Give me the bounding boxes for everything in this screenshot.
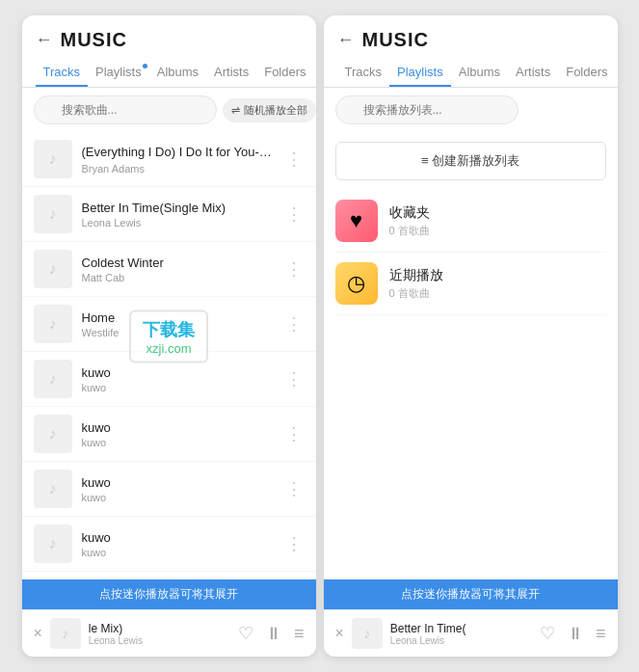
- left-header-top: ← MUSIC: [36, 29, 303, 51]
- track-title-2: Coldest Winter: [82, 255, 274, 270]
- track-thumb-0: ♪: [34, 140, 72, 178]
- right-mini-controls: ♡ ⏸ ≡: [540, 623, 606, 644]
- playlist-list: ♥ 收藏夹 0 首歌曲 ◷ 近期播放 0 首歌曲: [324, 190, 618, 315]
- left-mini-title: le Mix): [89, 622, 230, 635]
- track-artist-5: kuwo: [82, 437, 274, 448]
- track-list: ♪ (Everything I Do) I Do It for You-《...…: [22, 132, 316, 579]
- music-note-icon-4: ♪: [49, 370, 57, 388]
- left-playlist-button[interactable]: ≡: [294, 624, 305, 644]
- right-mini-thumb: ♪: [352, 618, 383, 649]
- left-panel-body: 🔍 ⇌ 随机播放全部 ⇅ ♪: [22, 88, 316, 657]
- music-note-icon-3: ♪: [49, 315, 57, 333]
- track-more-0[interactable]: ⋮: [283, 148, 305, 170]
- shuffle-button[interactable]: ⇌ 随机播放全部: [223, 98, 316, 122]
- track-item-8[interactable]: ♪ kuwo kuwo ⋮: [22, 572, 316, 579]
- recent-count: 0 首歌曲: [389, 286, 443, 301]
- mini-music-note-icon: ♪: [62, 626, 68, 641]
- recent-name: 近期播放: [389, 267, 443, 284]
- right-mini-close-button[interactable]: ×: [335, 625, 344, 642]
- left-back-button[interactable]: ←: [36, 30, 53, 50]
- right-mini-info: Better In Time( Leona Lewis: [390, 622, 532, 646]
- track-info-5: kuwo kuwo: [82, 420, 274, 448]
- track-thumb-3: ♪: [34, 305, 72, 343]
- left-tab-playlists[interactable]: Playlists: [88, 59, 149, 87]
- left-mini-info: le Mix) Leona Lewis: [89, 622, 230, 646]
- left-search-input[interactable]: [34, 95, 217, 124]
- track-info-2: Coldest Winter Matt Cab: [82, 255, 274, 283]
- right-tab-folders[interactable]: Folders: [558, 59, 615, 87]
- track-thumb-1: ♪: [34, 195, 72, 233]
- track-item-2[interactable]: ♪ Coldest Winter Matt Cab ⋮: [22, 242, 316, 297]
- track-title-1: Better In Time(Single Mix): [82, 201, 274, 215]
- right-nav-tabs: Tracks Playlists Albums Artists Folders: [324, 59, 618, 88]
- left-header: ← MUSIC Tracks Playlists Albums Artists …: [22, 15, 316, 88]
- left-heart-button[interactable]: ♡: [238, 623, 253, 644]
- track-info-4: kuwo kuwo: [82, 365, 274, 393]
- playlist-item-recent[interactable]: ◷ 近期播放 0 首歌曲: [335, 253, 606, 315]
- track-item-4[interactable]: ♪ kuwo kuwo ⋮: [22, 352, 316, 407]
- right-pause-button[interactable]: ⏸: [567, 624, 584, 644]
- music-note-icon-5: ♪: [49, 425, 57, 443]
- right-tab-albums[interactable]: Albums: [451, 59, 508, 87]
- left-bottom-banner[interactable]: 点按迷你播放器可将其展开: [22, 579, 316, 609]
- playlist-item-favorites[interactable]: ♥ 收藏夹 0 首歌曲: [335, 190, 606, 253]
- right-mini-player[interactable]: × ♪ Better In Time( Leona Lewis ♡ ⏸ ≡: [324, 609, 618, 657]
- track-more-6[interactable]: ⋮: [283, 478, 305, 499]
- track-title-5: kuwo: [82, 420, 274, 435]
- track-title-3: Home: [82, 310, 274, 325]
- left-app-title: MUSIC: [61, 29, 127, 51]
- left-pause-button[interactable]: ⏸: [265, 624, 282, 644]
- track-item-5[interactable]: ♪ kuwo kuwo ⋮: [22, 407, 316, 462]
- left-mini-artist: Leona Lewis: [89, 635, 230, 646]
- right-bottom-banner[interactable]: 点按迷你播放器可将其展开: [324, 579, 618, 609]
- favorites-count: 0 首歌曲: [389, 224, 430, 238]
- track-artist-4: kuwo: [82, 382, 274, 393]
- favorites-info: 收藏夹 0 首歌曲: [389, 204, 430, 238]
- track-more-3[interactable]: ⋮: [283, 313, 305, 335]
- track-item-7[interactable]: ♪ kuwo kuwo ⋮: [22, 517, 316, 572]
- right-tab-artists[interactable]: Artists: [508, 59, 558, 87]
- left-tab-folders[interactable]: Folders: [256, 59, 313, 87]
- recent-cover: ◷: [335, 262, 378, 305]
- create-playlist-button[interactable]: ≡ 创建新播放列表: [335, 142, 606, 180]
- right-app-title: MUSIC: [362, 29, 429, 51]
- left-mini-player[interactable]: × ♪ le Mix) Leona Lewis ♡ ⏸ ≡: [22, 609, 316, 657]
- track-artist-1: Leona Lewis: [82, 217, 274, 228]
- track-more-4[interactable]: ⋮: [283, 368, 305, 390]
- track-title-6: kuwo: [82, 475, 274, 490]
- track-title-0: (Everything I Do) I Do It for You-《...: [82, 144, 274, 161]
- track-artist-3: Westlife: [82, 327, 274, 338]
- track-info-3: Home Westlife: [82, 310, 274, 338]
- music-note-icon-0: ♪: [49, 150, 57, 168]
- heart-icon: ♥: [350, 208, 362, 233]
- recent-info: 近期播放 0 首歌曲: [389, 267, 443, 301]
- right-search-row: 🔍: [324, 88, 618, 132]
- track-item-1[interactable]: ♪ Better In Time(Single Mix) Leona Lewis…: [22, 187, 316, 242]
- right-tab-tracks[interactable]: Tracks: [337, 59, 390, 87]
- track-more-5[interactable]: ⋮: [283, 423, 305, 444]
- right-playlist-button[interactable]: ≡: [596, 624, 606, 644]
- right-tab-playlists[interactable]: Playlists: [389, 59, 451, 87]
- track-artist-6: kuwo: [82, 492, 274, 503]
- left-tab-albums[interactable]: Albums: [149, 59, 206, 87]
- right-search-input[interactable]: [335, 95, 519, 124]
- track-thumb-4: ♪: [34, 360, 72, 398]
- track-thumb-2: ♪: [34, 250, 72, 288]
- right-heart-button[interactable]: ♡: [540, 623, 555, 644]
- track-item-0[interactable]: ♪ (Everything I Do) I Do It for You-《...…: [22, 132, 316, 187]
- left-tab-artists[interactable]: Artists: [206, 59, 256, 87]
- left-tab-tracks[interactable]: Tracks: [36, 59, 89, 87]
- track-thumb-5: ♪: [34, 415, 72, 453]
- right-back-button[interactable]: ←: [337, 30, 355, 50]
- left-nav-tabs: Tracks Playlists Albums Artists Folders: [22, 59, 316, 88]
- track-more-1[interactable]: ⋮: [283, 203, 305, 225]
- track-item-6[interactable]: ♪ kuwo kuwo ⋮: [22, 462, 316, 517]
- music-note-icon-2: ♪: [49, 260, 57, 278]
- track-item-3[interactable]: ♪ Home Westlife ⋮: [22, 297, 316, 352]
- track-title-4: kuwo: [82, 365, 274, 380]
- track-more-2[interactable]: ⋮: [283, 258, 305, 280]
- left-mini-close-button[interactable]: ×: [34, 625, 42, 642]
- right-mini-artist: Leona Lewis: [390, 635, 532, 646]
- track-more-7[interactable]: ⋮: [283, 533, 305, 554]
- left-panel: ← MUSIC Tracks Playlists Albums Artists …: [22, 15, 316, 657]
